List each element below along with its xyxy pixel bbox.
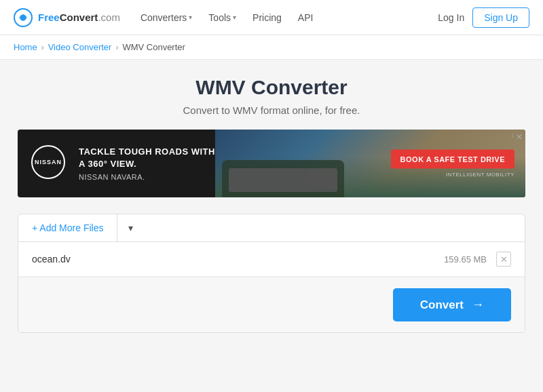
convert-arrow-icon: → [472,298,484,312]
breadcrumb-video-converter[interactable]: Video Converter [48,42,112,52]
breadcrumb: Home › Video Converter › WMV Converter [0,35,543,60]
ad-mobility: INTELLIGENT MOBILITY [391,172,514,178]
breadcrumb-current: WMV Converter [122,42,185,52]
tools-chevron-icon: ▾ [233,14,236,21]
file-name: ocean.dv [32,254,444,264]
page-title: WMV Converter [18,76,525,99]
logo-text: FreeConvert.com [38,12,120,23]
file-remove-button[interactable]: ✕ [496,252,511,267]
nav-item-pricing[interactable]: Pricing [252,12,282,23]
convert-label: Convert [420,298,464,312]
ad-inner: NISSAN TACKLE TOUGH ROADS WITH A 360° VI… [18,130,525,197]
chevron-down-icon: ▾ [128,222,133,233]
main-nav: Converters ▾ Tools ▾ Pricing API [141,12,314,23]
svg-point-1 [20,15,26,20]
ad-sub: NISSAN NAVARA. [79,173,215,181]
cta-button[interactable]: BOOK A SAFE TEST DRIVE [391,150,514,169]
converter-box: + Add More Files ▾ ocean.dv 159.65 MB ✕ … [18,214,525,333]
convert-footer: Convert → [18,277,525,332]
nav-item-api[interactable]: API [298,12,314,23]
file-size: 159.65 MB [444,254,487,264]
ad-text-block: TACKLE TOUGH ROADS WITH A 360° VIEW. NIS… [79,135,215,192]
header: FreeConvert.com Converters ▾ Tools ▾ Pri… [0,0,543,35]
nissan-logo: NISSAN [31,145,65,179]
ad-left: NISSAN [18,134,79,193]
logo[interactable]: FreeConvert.com [14,8,120,27]
breadcrumb-home[interactable]: Home [14,42,37,52]
ad-close-icon[interactable]: ✕ [516,132,523,142]
convert-button[interactable]: Convert → [393,288,511,321]
page-subtitle: Convert to WMV format online, for free. [18,104,525,116]
breadcrumb-sep-2: › [115,43,118,52]
breadcrumb-sep-1: › [41,43,44,52]
ad-banner: NISSAN TACKLE TOUGH ROADS WITH A 360° VI… [18,130,525,197]
ad-headline: TACKLE TOUGH ROADS WITH A 360° VIEW. [79,146,215,170]
add-files-dropdown-button[interactable]: ▾ [117,214,144,241]
main-content: WMV Converter Convert to WMV format onli… [7,60,536,349]
logo-icon [14,8,33,27]
signup-button[interactable]: Sign Up [472,7,529,28]
ad-image-area: BOOK A SAFE TEST DRIVE INTELLIGENT MOBIL… [215,130,525,197]
ad-cta: BOOK A SAFE TEST DRIVE INTELLIGENT MOBIL… [391,150,514,178]
nav-item-tools[interactable]: Tools ▾ [208,12,236,23]
header-left: FreeConvert.com Converters ▾ Tools ▾ Pri… [14,8,313,27]
header-right: Log In Sign Up [438,7,529,28]
ad-marker: i [512,132,513,139]
converters-chevron-icon: ▾ [189,14,192,21]
login-button[interactable]: Log In [438,12,464,23]
nav-item-converters[interactable]: Converters ▾ [141,12,192,23]
file-row: ocean.dv 159.65 MB ✕ [18,242,525,277]
add-more-files-button[interactable]: + Add More Files [18,214,117,241]
add-files-bar: + Add More Files ▾ [18,214,525,242]
